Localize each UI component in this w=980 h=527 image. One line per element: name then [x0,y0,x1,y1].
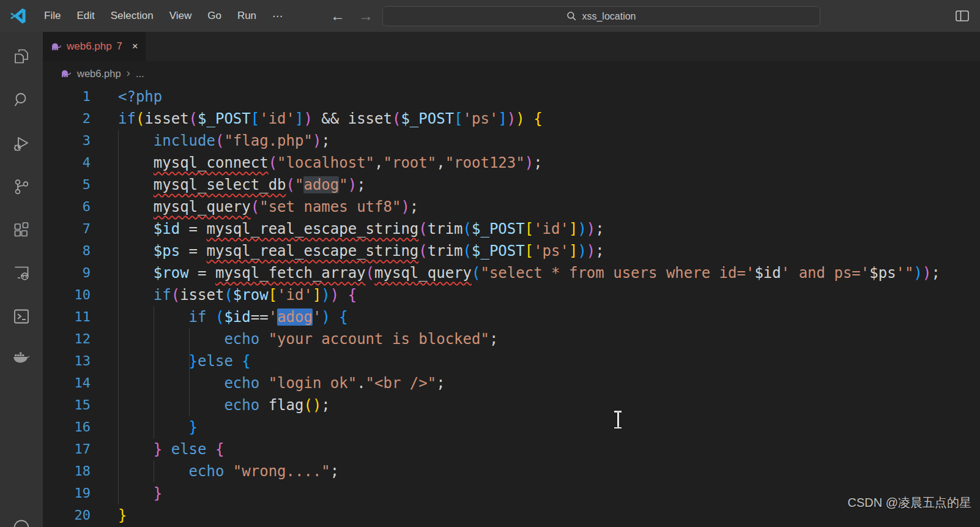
code-text: echo "login ok"."<br />"; [91,372,445,394]
extensions-icon[interactable] [12,220,31,239]
code-text: } [91,416,198,438]
code-line[interactable]: 13 }else { [43,350,980,372]
code-line[interactable]: 18 echo "wrong...."; [43,460,980,482]
code-text: echo "your account is blocked"; [91,328,498,350]
menu-edit[interactable]: Edit [69,6,102,26]
menu-selection[interactable]: Selection [103,6,161,26]
activity-bar [0,32,43,527]
search-value: xss_location [582,11,636,22]
line-number[interactable]: 11 [43,306,91,328]
code-text: $row = mysql_fetch_array(mysql_query("se… [91,262,940,284]
line-number[interactable]: 1 [43,86,91,108]
code-text: <?php [91,86,162,108]
code-line[interactable]: 16 } [43,416,980,438]
code-line[interactable]: 14 echo "login ok"."<br />"; [43,372,980,394]
text-cursor-pointer-icon [613,411,623,428]
code-line[interactable]: 11 if ($id=='adog') { [43,306,980,328]
code-text: } [91,504,127,526]
code-text: if(isset($_POST['id']) && isset($_POST['… [91,108,543,130]
tab-problems-badge: 7 [117,41,122,52]
watermark: CSDN @凌晨五点的星 [847,495,971,511]
code-line[interactable]: 17 } else { [43,438,980,460]
code-line[interactable]: 1<?php [43,86,980,108]
code-line[interactable]: 5 mysql_select_db("adog"); [43,174,980,196]
code-text: } [91,482,162,504]
code-line[interactable]: 19 } [43,482,980,504]
line-number[interactable]: 18 [43,460,91,482]
code-line[interactable]: 10 if(isset($row['id'])) { [43,284,980,306]
account-icon[interactable] [12,518,31,527]
code-line[interactable]: 6 mysql_query("set names utf8"); [43,196,980,218]
line-number[interactable]: 17 [43,438,91,460]
line-number[interactable]: 6 [43,196,91,218]
back-arrow-icon[interactable]: ← [330,7,345,24]
indent-guide [189,328,190,416]
tab-close-icon[interactable]: × [132,40,138,53]
code-text: $id = mysql_real_escape_string(trim($_PO… [91,218,604,240]
tab-filename: web6.php [67,40,112,53]
code-line[interactable]: 8 $ps = mysql_real_escape_string(trim($_… [43,240,980,262]
code-text: $ps = mysql_real_escape_string(trim($_PO… [91,240,604,262]
source-control-icon[interactable] [12,178,31,196]
line-number[interactable]: 7 [43,218,91,240]
line-number[interactable]: 3 [43,130,91,152]
forward-arrow-icon[interactable]: → [358,7,373,24]
code-text: } else { [91,438,224,460]
menu-run[interactable]: Run [229,6,264,26]
layout-toggle-icon[interactable] [955,9,970,23]
titlebar: File Edit Selection View Go Run ⋯ ← → xs… [0,0,980,32]
line-number[interactable]: 12 [43,328,91,350]
code-line[interactable]: 15 echo flag(); [43,394,980,416]
code-text: echo flag(); [91,394,330,416]
menu-go[interactable]: Go [199,6,229,26]
code-text: mysql_query("set names utf8"); [91,196,418,218]
tab-web6-php[interactable]: web6.php 7 × [43,32,146,61]
line-number[interactable]: 8 [43,240,91,262]
line-number[interactable]: 10 [43,284,91,306]
code-text: if(isset($row['id'])) { [91,284,357,306]
code-line[interactable]: 7 $id = mysql_real_escape_string(trim($_… [43,218,980,240]
vscode-logo-icon [9,7,28,25]
code-text: echo "wrong...."; [91,460,339,482]
line-number[interactable]: 5 [43,174,91,196]
explorer-icon[interactable] [12,47,31,65]
tab-strip: web6.php 7 × [43,32,980,61]
menu-view[interactable]: View [161,6,200,26]
line-number[interactable]: 16 [43,416,91,438]
code-text: mysql_connect("localhost","root","root12… [91,152,543,174]
code-lines: 1<?php2if(isset($_POST['id']) && isset($… [43,86,980,526]
code-line[interactable]: 9 $row = mysql_fetch_array(mysql_query("… [43,262,980,284]
search-icon [566,11,577,21]
code-line[interactable]: 12 echo "your account is blocked"; [43,328,980,350]
indent-guide [118,130,119,504]
line-number[interactable]: 19 [43,482,91,504]
command-center-search[interactable]: xss_location [382,6,820,26]
line-number[interactable]: 4 [43,152,91,174]
code-line[interactable]: 3 include("flag.php"); [43,130,980,152]
line-number[interactable]: 14 [43,372,91,394]
indent-guide [154,306,154,438]
code-text: mysql_select_db("adog"); [91,174,366,196]
php-elephant-icon [50,41,62,53]
terminal-icon[interactable] [12,307,31,326]
breadcrumb: web6.php › ... [43,61,980,86]
breadcrumb-more[interactable]: ... [136,68,144,80]
code-line[interactable]: 20} [43,504,980,526]
search-sidebar-icon[interactable] [12,91,31,109]
code-line[interactable]: 4 mysql_connect("localhost","root","root… [43,152,980,174]
code-editor[interactable]: 1<?php2if(isset($_POST['id']) && isset($… [43,86,980,527]
line-number[interactable]: 2 [43,108,91,130]
line-number[interactable]: 20 [43,504,91,526]
docker-icon[interactable] [12,349,31,367]
line-number[interactable]: 9 [43,262,91,284]
line-number[interactable]: 15 [43,394,91,416]
run-debug-icon[interactable] [12,135,31,153]
code-text: }else { [91,350,251,372]
code-line[interactable]: 2if(isset($_POST['id']) && isset($_POST[… [43,108,980,130]
line-number[interactable]: 13 [43,350,91,372]
menu-more[interactable]: ⋯ [264,6,291,26]
code-text: include("flag.php"); [91,130,330,152]
menu-file[interactable]: File [36,6,69,26]
breadcrumb-file[interactable]: web6.php [77,68,121,80]
remote-explorer-icon[interactable] [12,263,31,282]
